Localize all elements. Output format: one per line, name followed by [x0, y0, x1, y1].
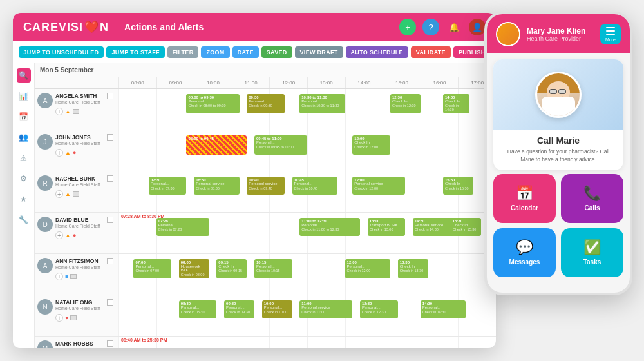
filter-button[interactable]: FILTER	[167, 46, 199, 58]
mobile-menu-button[interactable]: More	[600, 24, 621, 44]
schedule-block[interactable]: 10:30 to 11:30Personal...Check in 10:30 …	[299, 94, 345, 113]
schedule-block[interactable]: 09:30Personal...Check in 09:30	[247, 94, 285, 113]
mobile-tile-calls[interactable]: 📞Calls	[561, 174, 623, 223]
sidebar-icon-gear2[interactable]: 🔧	[17, 213, 31, 227]
time-label: 12:00	[269, 77, 307, 88]
time-label: 13:00	[307, 77, 345, 88]
schedule-block[interactable]: 11:00Personal serviceCheck in 11:00	[299, 300, 352, 318]
user-avatar-button[interactable]: 👤	[469, 19, 486, 35]
add-staff-icon[interactable]: +	[55, 231, 63, 239]
staff-row: NNATALIE ONGHome Care Field Staff+●08:30…	[35, 295, 496, 337]
staff-info: DDAVID BLUEHome Care Field Staff+▲●	[35, 213, 118, 253]
schedule-block[interactable]: 09:15Check InCheck in 09:15	[216, 259, 247, 278]
schedule-block[interactable]: 12:00Check InCheck in 12:00	[352, 135, 390, 155]
sidebar-icon-people[interactable]: 👥	[17, 130, 31, 144]
checkin-info: Check in 10:30 to 11:30	[301, 104, 343, 108]
staff-info: AANGELA SMITHHome Care Field Staff+▲	[35, 89, 118, 130]
sidebar-icon-alert[interactable]: ⚠	[17, 151, 31, 165]
grid-line	[421, 130, 459, 171]
schedule-block[interactable]: 10:00Personal...Check in 10:00	[262, 300, 292, 318]
grid-line	[232, 337, 270, 348]
time-label: 08:00	[118, 77, 156, 88]
jump-unscheduled-button[interactable]: JUMP TO UNSCHEDULED	[19, 46, 104, 58]
mobile-tile-tasks[interactable]: ✅Tasks	[561, 228, 623, 277]
calls-tile-icon: 📞	[583, 185, 601, 202]
view-draft-button[interactable]: VIEW DRAFT	[295, 46, 343, 58]
time-label: 14:00	[345, 77, 383, 88]
mobile-tile-calendar[interactable]: 📅Calendar	[493, 174, 556, 223]
schedule-block[interactable]: 08:00 to 09:45	[186, 135, 247, 155]
schedule-block[interactable]: 10:15Personal...Check in 10:15	[254, 259, 292, 278]
schedule-block[interactable]: 13:30Check InCheck in 13:30	[398, 259, 428, 278]
staff-checkbox[interactable]	[105, 217, 115, 223]
staff-checkbox[interactable]	[105, 93, 115, 99]
schedule-block[interactable]: 12:00Personal...Check in 12:00	[345, 259, 390, 278]
schedule-block[interactable]: 09:30Personal...Check in 09:30	[224, 300, 254, 318]
schedule-block[interactable]: 08:00 to 09:30Personal...Check in 08:00 …	[186, 94, 239, 113]
mobile-tile-messages[interactable]: 💬Messages	[493, 228, 556, 277]
notification-button[interactable]: 🔔	[446, 19, 462, 35]
time-range-text: 08:40 AM to 25:30 PM	[121, 338, 167, 342]
tasks-tile-icon: ✅	[583, 239, 601, 256]
staff-icons: +●	[55, 314, 102, 322]
add-staff-icon[interactable]: +	[55, 273, 63, 280]
schedule-block[interactable]: 14:30Personal...Check in 14:30	[421, 300, 466, 318]
grid-line	[345, 337, 383, 348]
auto-schedule-button[interactable]: AUTO SCHEDULE	[346, 46, 408, 58]
schedule-block[interactable]: 13:00Transport BURKCheck in 13:00	[368, 218, 406, 236]
add-staff-icon[interactable]: +	[55, 314, 63, 322]
schedule-block[interactable]: 08:00Housework BTKCheck in 08:00	[179, 259, 209, 278]
date-button[interactable]: DATE	[232, 46, 259, 58]
staff-avatar: R	[37, 175, 53, 191]
staff-checkbox[interactable]	[105, 134, 115, 141]
add-staff-icon[interactable]: +	[55, 149, 63, 157]
staff-checkbox[interactable]	[105, 299, 115, 306]
time-label: 10:00	[194, 77, 232, 88]
schedule-block[interactable]: 07:30Personal...Check in 07:30	[149, 177, 187, 195]
sidebar-icon-chart[interactable]: 📊	[17, 89, 31, 103]
add-button[interactable]: +	[399, 19, 416, 35]
saved-button[interactable]: SAVED	[261, 46, 292, 58]
sidebar-icon-calendar[interactable]: 📅	[17, 110, 31, 124]
schedule-block[interactable]: 07:00Personal...Check in 07:00	[133, 259, 171, 278]
staff-checkbox[interactable]	[105, 340, 115, 347]
call-card[interactable]: Call Marie Have a question for your phar…	[493, 59, 623, 170]
zoom-button[interactable]: ZOOM	[201, 46, 229, 58]
schedule-block[interactable]: 09:40Personal serviceCheck in 09:40	[247, 177, 285, 195]
schedule-block[interactable]: 15:30Check InCheck in 15:30	[451, 218, 481, 236]
schedule-block[interactable]: 10:45Personal...Check in 10:45	[292, 177, 337, 195]
mobile-header-text: Mary Jane Klien Health Care Provider	[527, 26, 594, 42]
checkin-info: Check in 15:30	[445, 186, 471, 190]
staff-checkbox[interactable]	[105, 175, 115, 182]
avatar-image	[497, 23, 519, 45]
sidebar-icon-star[interactable]: ★	[17, 192, 31, 206]
staff-checkbox[interactable]	[105, 258, 115, 264]
schedule-grid: 07:28 AM to 8:30 PM07:28Personal...Check…	[118, 213, 496, 253]
jump-staff-button[interactable]: JUMP TO STAFF	[106, 46, 164, 58]
schedule-block[interactable]: 14:30Check InCheck in 14:30	[443, 94, 469, 113]
block-label: Personal...	[188, 99, 237, 103]
schedule-block[interactable]: 11:00 to 12:30Personal...Check in 11:00 …	[299, 218, 360, 236]
block-label: Transport BURK	[370, 223, 404, 227]
staff-name: NATALIE ONG	[55, 299, 102, 306]
triangle-shape-icon: ▲	[65, 150, 71, 156]
staff-info: NNATALIE ONGHome Care Field Staff+●	[35, 295, 118, 336]
schedule-block[interactable]: 07:28Personal...Check in 07:28	[156, 218, 209, 236]
sidebar-icon-search[interactable]: 🔍	[17, 68, 31, 83]
add-staff-icon[interactable]: +	[55, 108, 63, 115]
schedule-block[interactable]: 08:30Personal...Check in 08:30	[179, 300, 217, 318]
validate-button[interactable]: VALIDATE	[411, 46, 451, 58]
messages-tile-icon: 💬	[516, 239, 533, 256]
grid-line	[307, 337, 345, 348]
schedule-block[interactable]: 08:30Personal serviceCheck in 08:30	[194, 177, 239, 195]
grid-line	[421, 337, 459, 348]
help-button[interactable]: ?	[422, 19, 439, 35]
schedule-block[interactable]: 12:00Personal serviceCheck in 12:00	[352, 177, 405, 195]
schedule-block[interactable]: 12:30Personal...Check in 12:30	[360, 300, 398, 318]
schedule-block[interactable]: 12:30Check InCheck in 12:30	[390, 94, 421, 113]
checkin-info: Check in 11:00	[301, 310, 350, 314]
schedule-block[interactable]: 09:45 to 11:00Personal...Check in 09:45 …	[254, 135, 307, 155]
sidebar-icon-settings[interactable]: ⚙	[17, 171, 31, 186]
add-staff-icon[interactable]: +	[55, 190, 63, 198]
schedule-block[interactable]: 15:30Check InCheck in 15:30	[443, 177, 473, 195]
